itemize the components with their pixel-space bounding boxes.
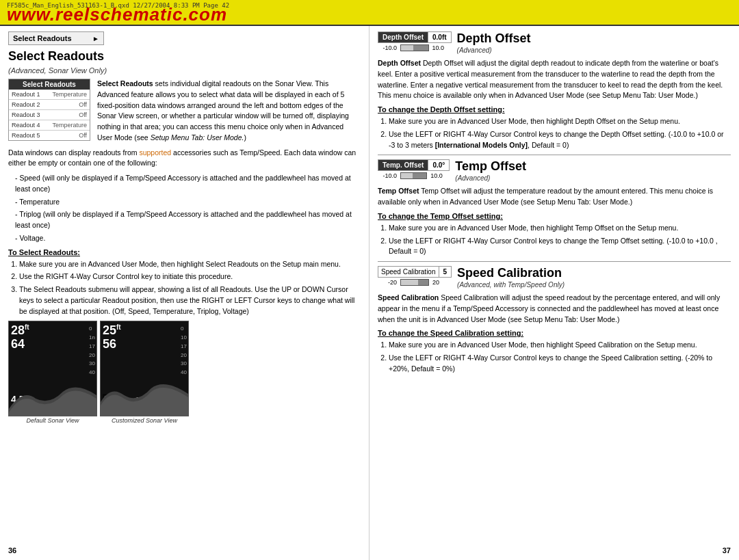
readout-2-label: Readout 2 [12, 101, 40, 108]
depth-offset-value-box: 0.0ft [428, 31, 452, 43]
temp-offset-badge: (Advanced) [455, 174, 490, 182]
divider-1 [378, 155, 731, 155]
left-section-title: Select Readouts [8, 49, 104, 63]
depth-offset-body: Depth Offset Depth Offset will adjust th… [378, 58, 731, 101]
temp-offset-slider-min: -10.0 [378, 172, 397, 179]
depth-offset-slider-min: -10.0 [378, 44, 397, 51]
temp-offset-header-row: Temp. Offset 0.0° -10.0 10.0 [378, 159, 731, 183]
body-para-1-strong: Select Readouts [97, 79, 153, 88]
speed-cal-slider-bar [400, 279, 429, 286]
readout-4-value: Temperature [52, 122, 87, 129]
depth-offset-slider: -10.0 10.0 [378, 44, 452, 51]
depth-offset-step-1: Make sure you are in Advanced User Mode,… [389, 116, 731, 127]
temp-offset-widget-group: Temp. Offset 0.0° -10.0 10.0 [378, 159, 450, 183]
temp-offset-body-strong: Temp Offset [378, 187, 419, 195]
temp-offset-slider: -10.0 10.0 [378, 172, 450, 179]
select-readouts-header-label: Select Readouts [13, 34, 72, 42]
temp-offset-title: Temp Offset [455, 159, 526, 173]
speed-cal-label-box: Speed Calibration [378, 266, 439, 278]
select-readouts-header-box: Select Readouts ► [8, 31, 104, 45]
custom-sonar-container: 25ft 56 4.5mph 13.5ft 16:321:21am48mph 0… [100, 321, 189, 424]
readout-row-5: Readout 5 Off [9, 131, 90, 140]
readout-1-label: Readout 1 [12, 91, 40, 98]
readout-row-4: Readout 4 Temperature [9, 120, 90, 131]
speed-cal-steps: Make sure you are in Advanced User Mode,… [389, 340, 731, 374]
readout-5-label: Readout 5 [12, 132, 40, 139]
page-number-right: 37 [723, 546, 731, 555]
body-para-2: Data windows can display readouts from s… [8, 148, 361, 170]
sonar-custom-depth2-val: 56 [103, 337, 116, 351]
sonar-images-area: 28ft 64 4.5mph 01n17203040 Defaul [8, 321, 361, 424]
left-column: Select Readouts ► Select Readouts (Advan… [0, 26, 370, 560]
depth-offset-step-2: Use the LEFT or RIGHT 4-Way Cursor Contr… [389, 129, 731, 151]
speed-calibration-section: Speed Calibration 5 -20 20 [378, 266, 731, 375]
sonar-default-depth: 28ft 64 [11, 323, 29, 351]
sonar-custom-depth1-val: 25 [103, 323, 116, 337]
select-readouts-arrow-icon: ► [92, 35, 99, 42]
readouts-detail-area: Select Readouts Readout 1 Temperature Re… [8, 79, 361, 148]
depth-offset-widget: Depth Offset 0.0ft [378, 31, 452, 43]
temp-offset-value-box: 0.0° [428, 159, 450, 171]
speed-cal-step-2: Use the LEFT or RIGHT 4-Way Cursor Contr… [389, 353, 731, 375]
readout-row-1: Readout 1 Temperature [9, 90, 90, 100]
sonar-custom-unit1: ft [116, 323, 121, 331]
readout-2-value: Off [79, 101, 87, 108]
depth-offset-slider-bar [400, 44, 429, 51]
temp-offset-steps: Make sure you are in Advanced User Mode,… [389, 223, 731, 257]
speed-cal-change-heading: To change the Speed Calibration setting: [378, 329, 731, 337]
readout-3-label: Readout 3 [12, 111, 40, 118]
speed-cal-header-row: Speed Calibration 5 -20 20 [378, 266, 731, 290]
speed-cal-slider-min: -20 [378, 279, 397, 286]
temp-offset-change-heading: To change the Temp Offset setting: [378, 212, 731, 220]
speed-cal-title-group: Speed Calibration (Advanced, with Temp/S… [457, 266, 731, 289]
step-1: Make sure you are in Advanced User Mode,… [19, 259, 361, 270]
intl-models-strong: [International Models Only] [435, 141, 528, 149]
depth-offset-badge: (Advanced) [457, 46, 492, 54]
speed-cal-slider: -20 20 [378, 279, 452, 286]
depth-offset-header-row: Depth Offset 0.0ft -10.0 10.0 [378, 31, 731, 55]
bullet-item-1: - Speed (will only be displayed if a Tem… [15, 173, 361, 195]
speed-cal-slider-fill [401, 280, 418, 285]
temp-offset-title-group: Temp Offset (Advanced) [455, 159, 731, 182]
temp-offset-body-text: Temp Offset will adjust the temperature … [378, 187, 713, 206]
depth-offset-body-strong: Depth Offset [378, 59, 421, 67]
bullet-item-3: - Triplog (will only be displayed if a T… [15, 209, 361, 231]
depth-offset-title-group: Depth Offset (Advanced) [457, 31, 731, 54]
depth-offset-label-text: Depth Offset [383, 34, 424, 41]
readout-1-value: Temperature [52, 91, 87, 98]
temp-offset-slider-bar [400, 172, 427, 179]
supported-highlight: supported [139, 148, 171, 157]
divider-2 [378, 261, 731, 262]
temp-offset-slider-max: 10.0 [430, 172, 450, 179]
depth-offset-slider-max: 10.0 [432, 44, 452, 51]
bullet-item-4: - Voltage. [15, 233, 361, 244]
depth-offset-label-box: Depth Offset [378, 31, 428, 43]
left-section-header: Select Readouts [8, 49, 361, 64]
default-sonar-label: Default Sonar View [27, 417, 79, 424]
speed-cal-body-strong: Speed Calibration [378, 293, 439, 302]
readout-5-value: Off [79, 132, 87, 139]
sonar-echo-svg [9, 368, 96, 416]
speed-cal-title: Speed Calibration [457, 266, 562, 280]
depth-offset-steps: Make sure you are in Advanced User Mode,… [389, 116, 731, 150]
header-meta: FF585c_Man_English_531163-1_B.qxd 12/27/… [7, 2, 229, 9]
temp-offset-label-box: Temp. Offset [378, 159, 428, 171]
step-2: Use the RIGHT 4-Way Cursor Control key t… [19, 271, 361, 282]
speed-cal-step-1: Make sure you are in Advanced User Mode,… [389, 340, 731, 351]
speed-cal-widget: Speed Calibration 5 [378, 266, 452, 278]
bullet-list: - Speed (will only be displayed if a Tem… [15, 173, 361, 244]
depth-offset-title: Depth Offset [457, 31, 531, 45]
to-select-heading: To Select Readouts: [8, 248, 361, 256]
sonar-custom-echo-svg [101, 368, 188, 416]
speed-cal-widget-group: Speed Calibration 5 -20 20 [378, 266, 452, 290]
custom-sonar-box: 25ft 56 4.5mph 13.5ft 16:321:21am48mph 0… [100, 321, 189, 416]
left-section-subtitle: (Advanced, Sonar View Only) [8, 66, 361, 75]
speed-cal-label-text: Speed Calibration [381, 268, 436, 276]
temp-offset-step-1: Make sure you are in Advanced User Mode,… [389, 223, 731, 234]
temp-offset-label-text: Temp. Offset [383, 161, 424, 169]
step-3: The Select Readouts submenu will appear,… [19, 284, 361, 317]
right-column: Depth Offset 0.0ft -10.0 10.0 [370, 26, 739, 560]
main-content: Select Readouts ► Select Readouts (Advan… [0, 26, 739, 560]
depth-offset-change-heading: To change the Depth Offset setting: [378, 105, 731, 114]
sonar-custom-depth: 25ft 56 [103, 323, 121, 351]
